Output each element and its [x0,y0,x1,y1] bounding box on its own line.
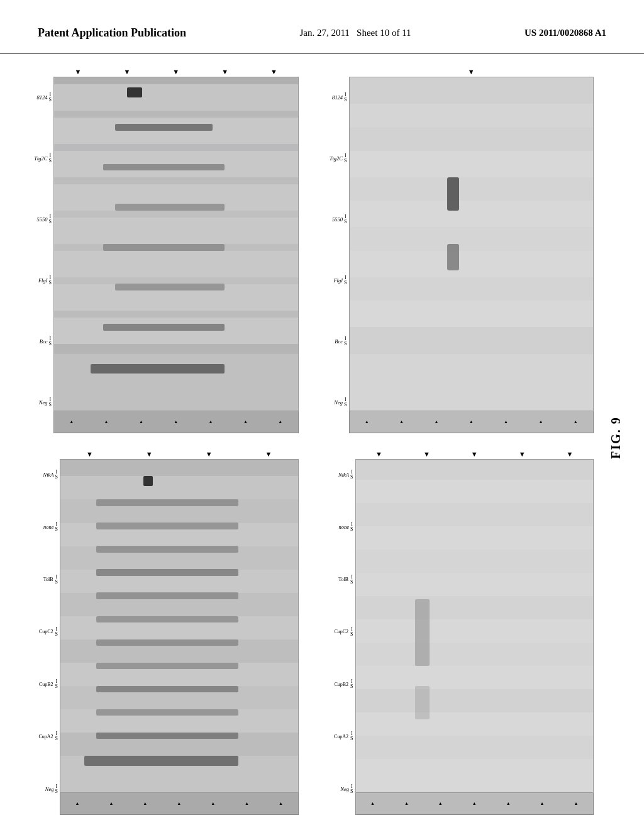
publication-number: US 2011/0020868 A1 [525,25,606,40]
page-header: Patent Application Publication Jan. 27, … [0,0,644,54]
top-arrows-tr: ▼ ▼ ▼ ▼ ▼ [349,67,594,77]
label-bcc: Bcc IS [40,336,52,346]
x-axis-bl: ▲ ▲ ▲ ▲ ▲ ▲ ▲ [60,793,299,815]
blot-image-tr [349,77,594,411]
blot-bottom-left: ▼ ▼ ▼ ▼ [60,449,299,816]
publication-title: Patent Application Publication [38,25,186,41]
label-cupc2-br: CupC2 IS [334,627,353,637]
label-ttg2c: Ttg2C IS [34,153,52,163]
panel-bottom-left: NikA IS none IS TolB IS CupC2 IS [13,449,299,816]
blot-image-br [355,459,594,794]
panel-top-left: 8124 IS Ttg2C IS 5550 IS FlgI IS [13,67,299,433]
label-none-bl: none IS [43,522,58,532]
label-neg-br: Neg IS [340,784,353,794]
label-nika-bl: NikA IS [43,470,58,480]
label-5550: 5550 IS [37,214,52,224]
x-axis-br: ▲ ▲ ▲ ▲ ▲ ▲ ▲ [355,793,594,815]
top-arrows-tl: ▼ ▼ ▼ ▼ ▼ [53,67,299,77]
y-labels-bottom-left: NikA IS none IS TolB IS CupC2 IS [13,449,60,816]
label-5550-tr: 5550 IS [332,214,347,224]
label-cupa2-bl: CupA2 IS [38,731,58,741]
label-none-br: none IS [339,522,353,532]
publication-date-sheet: Jan. 27, 2011 Sheet 10 of 11 [299,25,411,40]
panel-top-right: 8124 IS Ttg2C IS 5550 IS FlgI IS [308,67,594,433]
label-flgi: FlgI IS [38,275,52,285]
label-cupb2-br: CupB2 IS [334,679,353,689]
label-cupb2-bl: CupB2 IS [39,679,58,689]
blot-top-right: ▼ ▼ ▼ ▼ ▼ ▲ ▲ ▲ ▲ [349,67,594,433]
x-axis-tr: ▲ ▲ ▲ ▲ ▲ ▲ ▲ [349,411,594,433]
label-neg-tl: Neg IS [39,397,52,407]
x-axis-tl: ▲ ▲ ▲ ▲ ▲ ▲ ▲ [53,411,299,433]
label-cupa2-br: CupA2 IS [334,731,353,741]
label-8124-tr: 8124 IS [332,92,347,102]
label-tolb-br: TolB IS [338,575,353,585]
blot-image-tl [53,77,299,411]
label-neg-bl: Neg IS [45,784,58,794]
y-labels-top-left: 8124 IS Ttg2C IS 5550 IS FlgI IS [13,67,53,433]
label-cupc2-bl: CupC2 IS [39,627,58,637]
panel-bottom-right: NikA IS none IS TolB IS CupC2 IS [308,449,594,816]
blot-image-bl [60,459,299,794]
label-ttg2c-tr: Ttg2C IS [330,153,347,163]
top-arrows-bl: ▼ ▼ ▼ ▼ [60,449,299,459]
label-flgi-tr: FlgI IS [333,275,347,285]
blot-bottom-right: ▼ ▼ ▼ ▼ ▼ ▲ ▲ ▲ ▲ [355,449,594,816]
label-neg-tr: Neg IS [334,397,347,407]
label-tolb-bl: TolB IS [43,575,58,585]
top-arrows-br: ▼ ▼ ▼ ▼ ▼ [355,449,594,459]
label-8124: 8124 IS [37,92,52,102]
blot-top-left: ▼ ▼ ▼ ▼ ▼ [53,67,299,433]
figure-label: FIG. 9 [597,416,635,459]
label-bcc-tr: Bcc IS [335,336,347,346]
y-labels-bottom-right: NikA IS none IS TolB IS CupC2 IS [308,449,355,816]
label-nika-br: NikA IS [338,470,353,480]
y-labels-top-right: 8124 IS Ttg2C IS 5550 IS FlgI IS [308,67,349,433]
